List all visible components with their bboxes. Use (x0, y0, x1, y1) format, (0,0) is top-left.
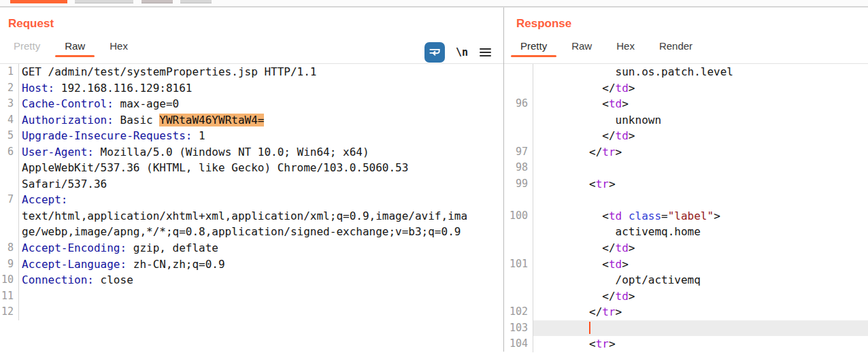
request-tab-hex[interactable]: Hex (97, 37, 140, 57)
code-line[interactable]: 9Accept-Language: zh-CN,zh;q=0.9 (0, 256, 503, 273)
code-text: activemq.home (533, 224, 868, 240)
code-line[interactable]: 104 <tr> (504, 336, 868, 352)
code-text: Upgrade-Insecure-Requests: 1 (19, 128, 503, 144)
response-tab-pretty[interactable]: Pretty (508, 37, 559, 57)
code-text: Safari/537.36 (19, 176, 503, 192)
code-line[interactable]: 1GET /admin/test/systemProperties.jsp HT… (0, 64, 503, 80)
code-text (533, 160, 868, 176)
line-number (0, 224, 19, 240)
line-number (504, 112, 533, 129)
code-text: <tr> (533, 336, 868, 352)
code-line[interactable]: 5Upgrade-Insecure-Requests: 1 (0, 128, 503, 144)
request-toolbar: \n (424, 42, 492, 63)
code-line[interactable]: 101 <td> (504, 256, 868, 273)
code-line[interactable]: 99 <tr> (504, 176, 868, 192)
code-text: AppleWebKit/537.36 (KHTML, like Gecko) C… (19, 160, 503, 176)
response-tab-bar: PrettyRawHexRender (504, 37, 868, 57)
line-number: 7 (0, 192, 19, 208)
line-number (504, 272, 533, 288)
code-text: </tr> (533, 144, 868, 161)
code-line[interactable]: /opt/activemq (504, 272, 868, 288)
hamburger-menu-icon (479, 47, 492, 58)
code-line[interactable]: 103 (504, 320, 868, 337)
code-line[interactable]: 96 <td> (504, 96, 868, 112)
code-text: Cache-Control: max-age=0 (19, 96, 503, 112)
line-number (504, 224, 533, 240)
line-number: 6 (0, 144, 19, 161)
word-wrap-toggle-button[interactable] (424, 42, 445, 63)
line-number: 101 (504, 256, 533, 273)
code-line[interactable]: 8Accept-Encoding: gzip, deflate (0, 240, 503, 256)
code-text: unknown (533, 112, 868, 129)
code-text (533, 192, 868, 208)
line-number: 96 (504, 96, 533, 112)
show-newlines-button[interactable]: \n (456, 46, 468, 58)
code-line[interactable]: activemq.home (504, 224, 868, 240)
word-wrap-icon (428, 46, 441, 59)
line-number (504, 64, 533, 80)
response-title: Response (504, 7, 868, 31)
code-line[interactable]: 102 </tr> (504, 304, 868, 320)
repeater-tab-strip (0, 0, 868, 7)
line-number: 11 (0, 288, 19, 305)
code-line[interactable]: 7Accept: (0, 192, 503, 208)
code-text: </td> (533, 240, 868, 256)
code-text (19, 304, 503, 320)
code-line[interactable]: 100 <td class="label"> (504, 208, 868, 224)
code-line[interactable]: 2Host: 192.168.116.129:8161 (0, 80, 503, 97)
line-number: 2 (0, 80, 19, 97)
code-line[interactable]: </td> (504, 80, 868, 97)
code-line[interactable]: Safari/537.36 (0, 176, 503, 192)
code-text: Connection: close (19, 272, 503, 288)
line-number (504, 128, 533, 144)
code-text: ge/webp,image/apng,*/*;q=0.8,application… (19, 224, 503, 240)
code-line[interactable]: </td> (504, 288, 868, 305)
top-tab-4[interactable] (180, 0, 212, 3)
code-line[interactable]: 11 (0, 288, 503, 305)
code-line[interactable]: 97 </tr> (504, 144, 868, 161)
code-line[interactable]: 6User-Agent: Mozilla/5.0 (Windows NT 10.… (0, 144, 503, 161)
request-editor[interactable]: 1GET /admin/test/systemProperties.jsp HT… (0, 64, 503, 320)
response-tab-hex[interactable]: Hex (604, 37, 647, 57)
line-number: 9 (0, 256, 19, 273)
line-number: 100 (504, 208, 533, 224)
code-line[interactable]: sun.os.patch.level (504, 64, 868, 80)
code-line[interactable]: ge/webp,image/apng,*/*;q=0.8,application… (0, 224, 503, 240)
code-text: </td> (533, 128, 868, 144)
line-number (0, 176, 19, 192)
code-line[interactable]: 98 (504, 160, 868, 176)
code-text: <td class="label"> (533, 208, 868, 224)
line-number (0, 160, 19, 176)
response-tab-raw[interactable]: Raw (559, 37, 604, 57)
code-text: sun.os.patch.level (533, 64, 868, 80)
code-text: <td> (533, 96, 868, 112)
code-line[interactable]: </td> (504, 240, 868, 256)
code-line[interactable]: 10Connection: close (0, 272, 503, 288)
top-tab-2[interactable] (75, 0, 133, 3)
code-line[interactable]: </td> (504, 128, 868, 144)
code-line[interactable]: unknown (504, 112, 868, 129)
code-line[interactable]: 3Cache-Control: max-age=0 (0, 96, 503, 112)
code-line[interactable]: 4Authorization: Basic YWRtaW46YWRtaW4= (0, 112, 503, 129)
code-line[interactable]: text/html,application/xhtml+xml,applicat… (0, 208, 503, 224)
response-editor[interactable]: sun.os.patch.level </td>96 <td> unknown … (504, 64, 868, 352)
request-title: Request (0, 7, 503, 31)
top-tab-active[interactable] (10, 0, 67, 3)
code-line[interactable]: AppleWebKit/537.36 (KHTML, like Gecko) C… (0, 160, 503, 176)
line-number: 8 (0, 240, 19, 256)
top-tab-3[interactable] (141, 0, 173, 3)
code-line[interactable] (504, 192, 868, 208)
code-text: Host: 192.168.116.129:8161 (19, 80, 503, 97)
line-number: 1 (0, 64, 19, 80)
line-number: 5 (0, 128, 19, 144)
line-number: 4 (0, 112, 19, 129)
editor-menu-button[interactable] (479, 47, 492, 58)
request-tab-pretty[interactable]: Pretty (1, 37, 52, 57)
request-tab-raw[interactable]: Raw (52, 37, 97, 57)
code-line[interactable]: 12 (0, 304, 503, 320)
response-tab-render[interactable]: Render (647, 37, 705, 57)
text-cursor (589, 322, 590, 334)
code-text: /opt/activemq (533, 272, 868, 288)
code-text: GET /admin/test/systemProperties.jsp HTT… (19, 64, 503, 80)
line-number: 103 (504, 320, 533, 337)
